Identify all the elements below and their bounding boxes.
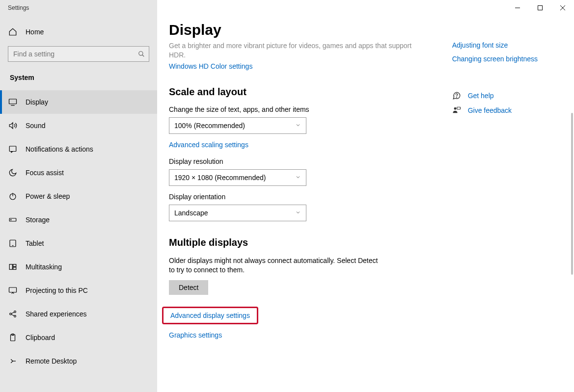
search-input-box[interactable] bbox=[8, 46, 149, 62]
sidebar-item-projecting-to-this-pc[interactable]: Projecting to this PC bbox=[0, 279, 157, 302]
content-right: Adjusting font size Changing screen brig… bbox=[452, 41, 574, 339]
sidebar-item-remote-desktop[interactable]: Remote Desktop bbox=[0, 349, 157, 373]
give-feedback-link[interactable]: Give feedback bbox=[468, 106, 512, 114]
hd-color-settings-link[interactable]: Windows HD Color settings bbox=[169, 62, 252, 70]
svg-line-5 bbox=[142, 55, 144, 57]
sidebar-item-clipboard[interactable]: Clipboard bbox=[0, 326, 157, 349]
svg-rect-19 bbox=[9, 287, 17, 292]
svg-rect-6 bbox=[9, 99, 17, 104]
svg-rect-17 bbox=[13, 264, 16, 267]
changing-brightness-link[interactable]: Changing screen brightness bbox=[452, 55, 574, 63]
settings-window: Settings Home bbox=[0, 0, 574, 392]
sidebar-item-label: Focus assist bbox=[26, 169, 64, 177]
svg-point-28 bbox=[456, 97, 457, 98]
share-icon bbox=[8, 310, 18, 318]
search-input[interactable] bbox=[13, 50, 134, 58]
category-label: System bbox=[0, 71, 157, 90]
search-container bbox=[0, 46, 157, 71]
project-icon bbox=[8, 286, 18, 295]
svg-rect-30 bbox=[457, 107, 460, 109]
text-size-value: 100% (Recommended) bbox=[174, 122, 245, 130]
svg-point-4 bbox=[139, 52, 143, 55]
sidebar-item-focus-assist[interactable]: Focus assist bbox=[0, 161, 157, 184]
multiple-displays-heading: Multiple displays bbox=[169, 237, 423, 248]
chevron-down-icon bbox=[295, 209, 301, 217]
advanced-display-settings-link[interactable]: Advanced display settings bbox=[170, 312, 250, 319]
sidebar-item-label: Shared experiences bbox=[26, 310, 87, 318]
home-icon bbox=[8, 27, 18, 36]
power-icon bbox=[8, 192, 18, 201]
advanced-scaling-link[interactable]: Advanced scaling settings bbox=[169, 141, 423, 149]
sidebar-item-label: Multitasking bbox=[26, 263, 62, 271]
sidebar-item-label: Power & sleep bbox=[26, 192, 70, 200]
sidebar: Home System DisplaySoundNotifications & … bbox=[0, 0, 157, 392]
get-help-row[interactable]: Get help bbox=[452, 91, 574, 100]
clipboard-icon bbox=[8, 333, 18, 342]
sidebar-item-label: Tablet bbox=[26, 239, 44, 247]
home-nav[interactable]: Home bbox=[0, 22, 157, 46]
svg-rect-18 bbox=[13, 267, 16, 270]
detect-button[interactable]: Detect bbox=[169, 280, 208, 295]
svg-rect-9 bbox=[9, 146, 16, 152]
svg-point-29 bbox=[454, 107, 456, 110]
sidebar-item-label: Sound bbox=[26, 122, 45, 130]
window-title: Settings bbox=[0, 4, 29, 11]
svg-line-23 bbox=[11, 312, 14, 314]
sidebar-item-label: Storage bbox=[26, 216, 50, 224]
svg-point-13 bbox=[11, 219, 11, 220]
hdr-description: Get a brighter and more vibrant picture … bbox=[169, 41, 423, 60]
multitask-icon bbox=[8, 262, 18, 271]
advanced-display-highlight: Advanced display settings bbox=[162, 307, 258, 324]
tablet-icon bbox=[8, 239, 18, 248]
sidebar-item-power-sleep[interactable]: Power & sleep bbox=[0, 184, 157, 208]
svg-line-24 bbox=[11, 314, 14, 316]
graphics-settings-link[interactable]: Graphics settings bbox=[169, 331, 423, 339]
give-feedback-row[interactable]: Give feedback bbox=[452, 106, 574, 115]
svg-rect-16 bbox=[9, 264, 12, 270]
home-label: Home bbox=[26, 28, 44, 36]
sidebar-item-tablet[interactable]: Tablet bbox=[0, 232, 157, 255]
nav-list: DisplaySoundNotifications & actionsFocus… bbox=[0, 90, 157, 373]
svg-marker-8 bbox=[9, 123, 13, 129]
search-icon bbox=[138, 51, 145, 59]
feedback-icon bbox=[452, 106, 461, 115]
resolution-value: 1920 × 1080 (Recommended) bbox=[174, 174, 266, 182]
storage-icon bbox=[8, 215, 18, 224]
notifications-icon bbox=[8, 145, 18, 154]
content-left: Get a brighter and more vibrant picture … bbox=[169, 41, 423, 339]
resolution-select[interactable]: 1920 × 1080 (Recommended) bbox=[169, 169, 306, 186]
remote-icon bbox=[8, 357, 18, 366]
main-content: Display Get a brighter and more vibrant … bbox=[157, 0, 574, 392]
text-size-label: Change the size of text, apps, and other… bbox=[169, 105, 423, 113]
chevron-down-icon bbox=[295, 174, 301, 182]
sidebar-item-label: Display bbox=[26, 98, 48, 106]
sidebar-item-storage[interactable]: Storage bbox=[0, 208, 157, 232]
sidebar-item-shared-experiences[interactable]: Shared experiences bbox=[0, 302, 157, 326]
moon-icon bbox=[8, 168, 18, 177]
adjusting-font-size-link[interactable]: Adjusting font size bbox=[452, 41, 574, 49]
orientation-select[interactable]: Landscape bbox=[169, 205, 306, 221]
sidebar-item-sound[interactable]: Sound bbox=[0, 114, 157, 137]
content-row: Get a brighter and more vibrant picture … bbox=[169, 41, 574, 339]
sidebar-item-display[interactable]: Display bbox=[0, 90, 157, 114]
chevron-down-icon bbox=[295, 122, 301, 130]
sound-icon bbox=[8, 121, 18, 130]
display-icon bbox=[8, 98, 18, 106]
resolution-label: Display resolution bbox=[169, 157, 423, 165]
sidebar-item-notifications-actions[interactable]: Notifications & actions bbox=[0, 137, 157, 161]
text-size-select[interactable]: 100% (Recommended) bbox=[169, 117, 306, 134]
multiple-displays-desc: Older displays might not always connect … bbox=[169, 256, 385, 275]
sidebar-item-label: Remote Desktop bbox=[26, 357, 77, 365]
sidebar-item-label: Clipboard bbox=[26, 334, 55, 341]
scale-heading: Scale and layout bbox=[169, 86, 423, 98]
sidebar-item-label: Projecting to this PC bbox=[26, 287, 88, 294]
get-help-link[interactable]: Get help bbox=[468, 92, 494, 100]
scrollbar-thumb[interactable] bbox=[571, 113, 573, 275]
orientation-label: Display orientation bbox=[169, 193, 423, 201]
page-title: Display bbox=[169, 22, 574, 38]
help-icon bbox=[452, 91, 461, 100]
orientation-value: Landscape bbox=[174, 209, 208, 217]
sidebar-item-label: Notifications & actions bbox=[26, 145, 93, 153]
sidebar-item-multitasking[interactable]: Multitasking bbox=[0, 255, 157, 279]
